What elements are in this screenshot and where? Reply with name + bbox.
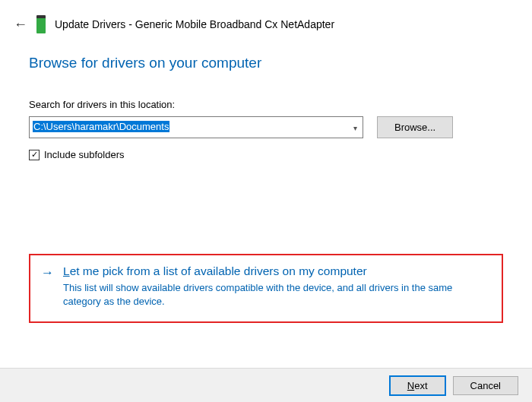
dialog-content: Browse for drivers on your computer Sear…: [0, 33, 532, 160]
option-title: Let me pick from a list of available dri…: [63, 264, 491, 278]
next-button[interactable]: Next: [390, 376, 445, 395]
include-subfolders-label: Include subfolders: [44, 149, 125, 160]
browse-button[interactable]: Browse...: [377, 116, 453, 138]
option-description: This list will show available drivers co…: [63, 281, 491, 308]
checkbox-check-icon: ✓: [29, 150, 40, 160]
include-subfolders-checkbox[interactable]: ✓ Include subfolders: [29, 149, 503, 160]
search-location-label: Search for drivers in this location:: [29, 99, 503, 110]
device-icon: [36, 15, 46, 33]
option-text: Let me pick from a list of available dri…: [63, 264, 491, 308]
dialog-header: ← Update Drivers - Generic Mobile Broadb…: [0, 0, 532, 33]
arrow-right-icon: →: [41, 265, 54, 308]
path-input[interactable]: [29, 116, 363, 138]
path-combobox[interactable]: C:\Users\haramakr\Documents ▾: [29, 116, 363, 138]
cancel-button[interactable]: Cancel: [453, 376, 518, 395]
page-heading: Browse for drivers on your computer: [29, 55, 503, 71]
dialog-title: Update Drivers - Generic Mobile Broadban…: [55, 18, 334, 30]
pick-from-list-option[interactable]: → Let me pick from a list of available d…: [29, 254, 503, 323]
back-arrow-icon[interactable]: ←: [14, 17, 27, 31]
path-row: C:\Users\haramakr\Documents ▾ Browse...: [29, 116, 503, 138]
dialog-footer: Next Cancel: [0, 368, 532, 402]
